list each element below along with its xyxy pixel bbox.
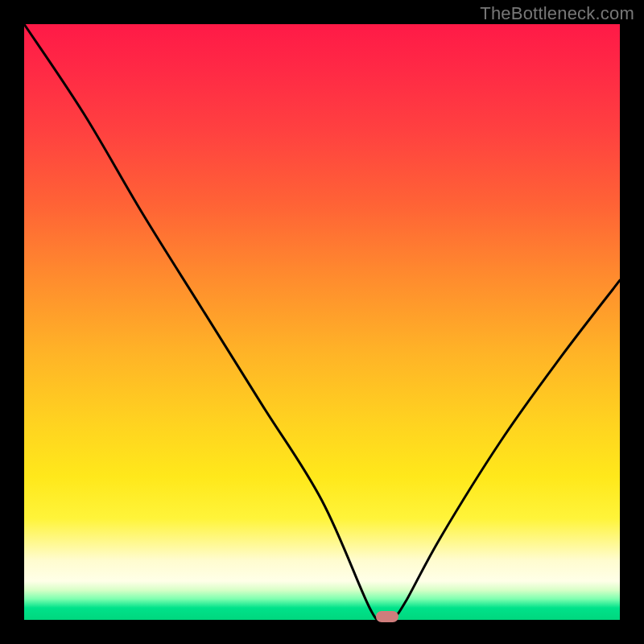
curve-svg	[24, 24, 620, 620]
watermark-text: TheBottleneck.com	[480, 3, 634, 24]
plot-area	[24, 24, 620, 620]
bottleneck-curve	[24, 24, 620, 620]
optimal-marker	[376, 611, 398, 622]
chart-frame: TheBottleneck.com	[0, 0, 644, 644]
